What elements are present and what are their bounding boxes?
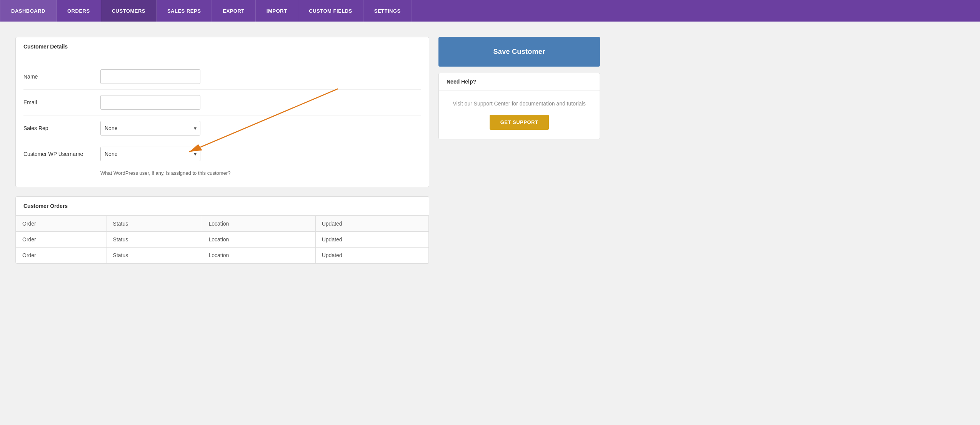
cell-r0-c2: Location (202, 232, 315, 248)
email-label: Email (23, 99, 100, 105)
name-label: Name (23, 74, 100, 80)
help-card-heading: Need Help? (439, 73, 600, 90)
customer-orders-card: Customer Orders Order Status Location Up… (15, 196, 429, 264)
name-input[interactable] (100, 69, 200, 84)
orders-table-header-row: Order Status Location Updated (16, 216, 429, 232)
customer-orders-body: Order Status Location Updated OrderStatu… (16, 216, 429, 263)
cell-r0-c1: Status (107, 232, 202, 248)
help-card-body-text: Visit our Support Center for documentati… (453, 100, 585, 108)
wp-username-hint: What WordPress user, if any, is assigned… (23, 167, 421, 177)
nav-item-sales-reps[interactable]: SALES REPS (157, 0, 212, 22)
help-card: Need Help? Visit our Support Center for … (438, 73, 600, 139)
nav-item-dashboard[interactable]: DASHBOARD (0, 0, 57, 22)
col-updated: Updated (315, 216, 428, 232)
nav-item-customers[interactable]: CUSTOMERS (101, 0, 157, 22)
main-nav: DASHBOARDORDERSCUSTOMERSSALES REPSEXPORT… (0, 0, 980, 22)
save-customer-button[interactable]: Save Customer (438, 37, 600, 67)
email-row: Email (23, 90, 421, 115)
cell-r1-c2: Location (202, 248, 315, 263)
wp-username-row: Customer WP Username None (23, 141, 421, 167)
cell-r0-c3: Updated (315, 232, 428, 248)
cell-r1-c1: Status (107, 248, 202, 263)
col-status: Status (107, 216, 202, 232)
cell-r1-c3: Updated (315, 248, 428, 263)
customer-details-heading: Customer Details (16, 37, 429, 56)
sales-rep-select-wrapper: None (100, 121, 200, 136)
sales-rep-row: Sales Rep None (23, 115, 421, 141)
table-row: OrderStatusLocationUpdated (16, 232, 429, 248)
nav-item-orders[interactable]: ORDERS (57, 0, 101, 22)
table-row: OrderStatusLocationUpdated (16, 248, 429, 263)
wp-username-label: Customer WP Username (23, 151, 100, 157)
nav-item-settings[interactable]: SETTINGS (363, 0, 412, 22)
col-location: Location (202, 216, 315, 232)
name-row: Name (23, 64, 421, 90)
customer-details-body: Name Email Sales Rep None (16, 56, 429, 187)
sales-rep-select[interactable]: None (100, 121, 200, 136)
col-order: Order (16, 216, 107, 232)
wp-username-select-wrapper: None (100, 147, 200, 161)
orders-table-head: Order Status Location Updated (16, 216, 429, 232)
nav-item-custom-fields[interactable]: CUSTOM FIELDS (298, 0, 363, 22)
cell-r0-c0: Order (16, 232, 107, 248)
nav-item-export[interactable]: EXPORT (212, 0, 255, 22)
customer-orders-heading: Customer Orders (16, 197, 429, 216)
cell-r1-c0: Order (16, 248, 107, 263)
get-support-button[interactable]: GET SUPPORT (490, 115, 549, 130)
help-card-body: Visit our Support Center for documentati… (439, 90, 600, 139)
orders-table-body: OrderStatusLocationUpdatedOrderStatusLoc… (16, 232, 429, 263)
orders-table: Order Status Location Updated OrderStatu… (16, 216, 429, 263)
right-column: Save Customer Need Help? Visit our Suppo… (438, 37, 600, 264)
wp-username-select[interactable]: None (100, 147, 200, 161)
left-column: Customer Details Name Email Sales Rep (15, 37, 429, 264)
nav-item-import[interactable]: IMPORT (256, 0, 298, 22)
customer-details-card: Customer Details Name Email Sales Rep (15, 37, 429, 187)
sales-rep-label: Sales Rep (23, 125, 100, 131)
email-input[interactable] (100, 95, 200, 110)
